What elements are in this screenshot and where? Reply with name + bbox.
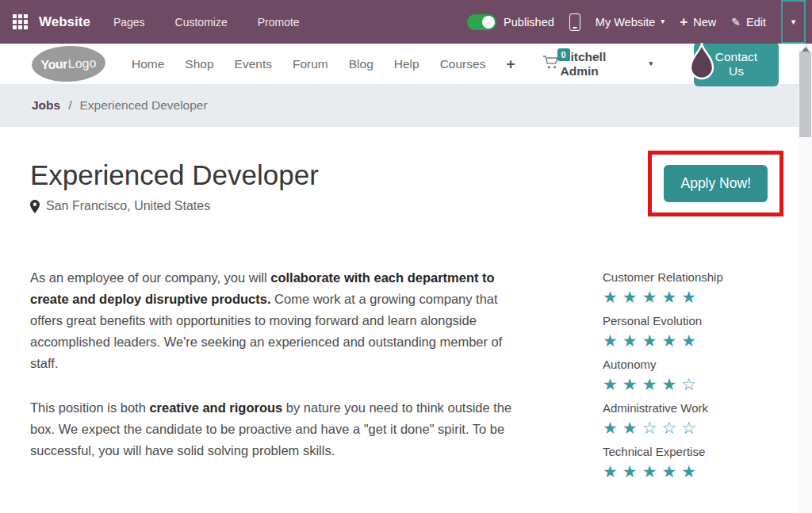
rating-stars: ★★★★★ — [603, 289, 783, 305]
star-filled-icon: ★ — [622, 288, 642, 306]
admin-menu-pages[interactable]: Pages — [98, 16, 160, 29]
star-filled-icon: ★ — [661, 375, 681, 393]
website-switcher-label: My Website — [596, 16, 655, 29]
map-pin-icon — [30, 200, 40, 213]
star-filled-icon: ★ — [622, 331, 642, 350]
job-description: As an employee of our company, you will … — [30, 267, 531, 488]
admin-menu-customize[interactable]: Customize — [160, 16, 243, 29]
admin-bar-menus: PagesCustomizePromote — [98, 16, 315, 29]
breadcrumb: Jobs / Experienced Developer — [0, 84, 812, 127]
job-main: As an employee of our company, you will … — [30, 267, 783, 488]
star-filled-icon: ★ — [603, 462, 622, 480]
star-filled-icon: ★ — [661, 288, 681, 306]
edit-button[interactable]: ✎ Edit — [731, 16, 766, 29]
rating-item: Customer Relationship★★★★★ — [603, 270, 783, 305]
website-switcher[interactable]: My Website ▾ — [596, 16, 665, 29]
plus-icon: + — [680, 15, 688, 29]
star-filled-icon: ★ — [603, 331, 622, 350]
rating-item: Administrative Work★★☆☆☆ — [603, 401, 783, 436]
star-filled-icon: ★ — [681, 462, 701, 480]
site-navbar: Your Logo HomeShopEventsForumBlogHelpCou… — [0, 44, 812, 84]
rating-stars: ★★★★☆ — [603, 376, 783, 392]
apply-now-button[interactable]: Apply Now! — [664, 165, 768, 202]
breadcrumb-current: Experienced Developer — [80, 98, 208, 113]
rating-label: Technical Expertise — [603, 445, 783, 458]
star-filled-icon: ★ — [603, 288, 622, 306]
contact-us-button[interactable]: Contact Us — [694, 42, 779, 86]
user-name: Mitchell Admin — [561, 50, 643, 78]
chevron-down-icon: ▾ — [791, 17, 796, 27]
star-filled-icon: ★ — [681, 331, 701, 350]
chevron-down-icon: ▾ — [661, 17, 665, 25]
site-logo[interactable]: Your Logo — [31, 44, 106, 82]
nav-link-events[interactable]: Events — [235, 57, 272, 71]
nav-link-shop[interactable]: Shop — [185, 57, 213, 71]
page-title: Experienced Developer — [30, 159, 319, 192]
cart-count-badge: 0 — [557, 48, 570, 61]
star-empty-icon: ☆ — [681, 375, 701, 393]
add-menu-plus-icon[interactable]: + — [506, 56, 515, 73]
desc-p2: This position is both creative and rigor… — [30, 397, 531, 461]
published-label: Published — [504, 16, 554, 29]
star-filled-icon: ★ — [622, 462, 642, 480]
edit-dropdown-button[interactable]: ▾ — [781, 0, 806, 44]
rating-label: Personal Evolution — [603, 314, 783, 327]
cart-button[interactable]: 0 — [542, 55, 561, 73]
star-filled-icon: ★ — [661, 331, 681, 350]
logo-text-light: Logo — [68, 56, 97, 71]
nav-link-home[interactable]: Home — [132, 57, 164, 71]
rating-label: Customer Relationship — [603, 270, 783, 284]
rating-item: Autonomy★★★★☆ — [603, 358, 783, 392]
mobile-preview-icon[interactable] — [569, 13, 580, 31]
star-filled-icon: ★ — [642, 462, 662, 480]
chevron-down-icon: ▾ — [649, 59, 653, 67]
job-page-content: Experienced Developer San Francisco, Uni… — [0, 159, 812, 488]
logo-text-bold: Your — [40, 57, 67, 72]
rating-stars: ★★★★★ — [603, 463, 783, 480]
nav-link-forum[interactable]: Forum — [293, 57, 328, 71]
scrollbar-thumb[interactable] — [799, 52, 811, 137]
rating-stars: ★★☆☆☆ — [603, 419, 783, 436]
job-title-block: Experienced Developer San Francisco, Uni… — [30, 159, 319, 213]
rating-stars: ★★★★★ — [603, 332, 783, 349]
star-empty-icon: ☆ — [642, 419, 662, 437]
job-header: Experienced Developer San Francisco, Uni… — [30, 159, 783, 216]
pencil-icon: ✎ — [731, 16, 741, 29]
site-nav-right: Mitchell Admin ▾ Contact Us — [561, 42, 812, 86]
star-empty-icon: ☆ — [661, 419, 681, 437]
star-empty-icon: ☆ — [681, 419, 701, 437]
admin-bar: Website PagesCustomizePromote Published … — [0, 0, 812, 44]
paragraph-segment: This position is both — [30, 400, 149, 415]
scrollbar[interactable] — [799, 44, 812, 513]
nav-link-courses[interactable]: Courses — [440, 57, 486, 71]
star-filled-icon: ★ — [642, 288, 662, 306]
toggle-knob — [482, 16, 495, 29]
breadcrumb-jobs-link[interactable]: Jobs — [32, 98, 60, 113]
paragraph-segment: As an employee of our company, you will — [30, 270, 270, 285]
publish-toggle[interactable] — [467, 14, 496, 30]
star-filled-icon: ★ — [681, 288, 701, 306]
apps-grid-icon[interactable] — [13, 14, 28, 29]
app-name[interactable]: Website — [39, 14, 90, 30]
rating-label: Autonomy — [603, 358, 783, 371]
star-filled-icon: ★ — [622, 419, 642, 437]
nav-link-help[interactable]: Help — [394, 57, 419, 71]
star-filled-icon: ★ — [603, 375, 622, 393]
admin-menu-promote[interactable]: Promote — [243, 16, 315, 29]
new-button[interactable]: + New — [680, 15, 716, 29]
job-location-text: San Francisco, United States — [46, 199, 210, 213]
site-nav-links: HomeShopEventsForumBlogHelpCourses — [132, 57, 485, 71]
publish-toggle-group[interactable]: Published — [467, 14, 554, 30]
star-filled-icon: ★ — [622, 375, 642, 393]
star-filled-icon: ★ — [642, 375, 662, 393]
breadcrumb-separator: / — [68, 98, 71, 113]
user-menu[interactable]: Mitchell Admin ▾ — [561, 50, 653, 78]
star-filled-icon: ★ — [603, 419, 622, 437]
annotation-highlight-box: Apply Now! — [648, 151, 783, 216]
rating-item: Personal Evolution★★★★★ — [603, 314, 783, 349]
nav-link-blog[interactable]: Blog — [349, 57, 373, 71]
rating-label: Administrative Work — [603, 401, 783, 415]
star-filled-icon: ★ — [661, 462, 681, 480]
paragraph-segment: creative and rigorous — [149, 400, 282, 415]
new-button-label: New — [693, 16, 716, 29]
